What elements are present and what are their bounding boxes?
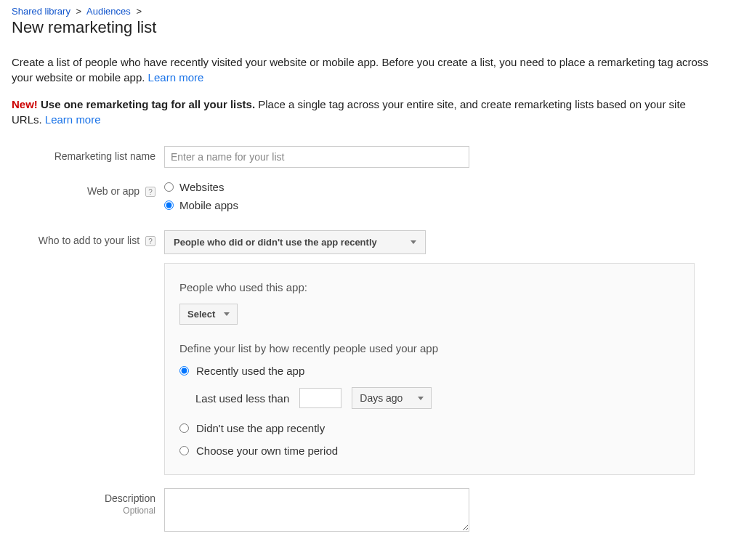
tip-text: New! Use one remarketing tag for all you… (12, 97, 709, 127)
description-label: Description (105, 492, 155, 504)
breadcrumb: Shared library > Audiences > (12, 6, 732, 17)
last-used-label: Last used less than (195, 392, 289, 405)
days-input[interactable] (299, 388, 341, 408)
who-to-add-dropdown[interactable]: People who did or didn't use the app rec… (164, 230, 426, 254)
description-textarea[interactable] (164, 488, 469, 532)
chevron-down-icon (418, 397, 424, 400)
days-unit-dropdown[interactable]: Days ago (352, 387, 432, 409)
criteria-panel: People who used this app: Select Define … (164, 263, 695, 475)
page-title: New remarketing list (12, 18, 732, 37)
breadcrumb-sep-2: > (133, 6, 145, 17)
list-name-input[interactable] (164, 146, 469, 168)
radio-not-recently-used-label: Didn't use the app recently (196, 422, 325, 434)
radio-mobile-apps-label: Mobile apps (179, 199, 238, 211)
radio-recently-used-label: Recently used the app (196, 365, 304, 377)
new-label: New! (12, 98, 38, 110)
radio-websites[interactable] (164, 182, 174, 192)
web-or-app-label: Web or app (87, 185, 140, 197)
chevron-down-icon (411, 240, 416, 244)
intro-learn-more-link[interactable]: Learn more (148, 71, 204, 84)
description-sub: Optional (12, 506, 155, 516)
radio-own-time[interactable] (179, 446, 189, 455)
people-used-label: People who used this app: (179, 281, 679, 293)
breadcrumb-audiences[interactable]: Audiences (86, 6, 131, 17)
radio-websites-label: Websites (179, 181, 224, 193)
breadcrumb-shared-library[interactable]: Shared library (12, 6, 70, 17)
radio-mobile-apps[interactable] (164, 200, 174, 210)
breadcrumb-sep: > (73, 6, 85, 17)
intro-text: Create a list of people who have recentl… (12, 54, 709, 85)
who-to-add-label: Who to add to your list (39, 235, 140, 246)
radio-recently-used[interactable] (179, 366, 189, 376)
recency-label: Define your list by how recently people … (179, 342, 679, 354)
help-icon[interactable]: ? (145, 187, 155, 197)
tip-learn-more-link[interactable]: Learn more (45, 113, 101, 126)
help-icon[interactable]: ? (145, 236, 155, 246)
radio-own-time-label: Choose your own time period (196, 445, 338, 457)
list-name-label: Remarketing list name (12, 146, 164, 168)
chevron-down-icon (224, 312, 230, 316)
radio-not-recently-used[interactable] (179, 423, 189, 433)
select-app-dropdown[interactable]: Select (179, 304, 238, 325)
